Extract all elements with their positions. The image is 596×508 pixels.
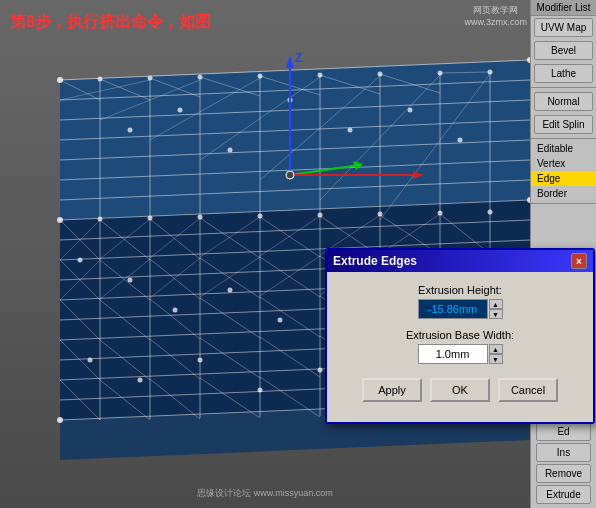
svg-point-111 <box>258 74 263 79</box>
svg-point-117 <box>148 216 153 221</box>
extrusion-base-width-down[interactable]: ▼ <box>489 354 503 364</box>
dialog-title: Extrude Edges <box>333 254 417 268</box>
step-instruction: 第8步，执行挤出命令，如图 <box>10 12 211 33</box>
svg-point-142 <box>198 358 203 363</box>
extrusion-base-width-up[interactable]: ▲ <box>489 344 503 354</box>
editable-item[interactable]: Editable <box>531 141 596 156</box>
svg-point-102 <box>57 77 63 83</box>
extrusion-height-spinners: ▲ ▼ <box>489 299 503 319</box>
ed-button[interactable]: Ed <box>536 422 591 441</box>
edge-item[interactable]: Edge <box>531 171 596 186</box>
svg-point-134 <box>228 288 233 293</box>
extrusion-height-field: Extrusion Height: ▲ ▼ <box>343 284 577 319</box>
extrusion-base-width-label: Extrusion Base Width: <box>343 329 577 341</box>
svg-point-130 <box>458 138 463 143</box>
svg-point-143 <box>258 388 263 393</box>
svg-point-125 <box>178 108 183 113</box>
svg-text:Z: Z <box>295 51 302 65</box>
svg-point-118 <box>198 215 203 220</box>
svg-point-154 <box>286 171 294 179</box>
svg-point-141 <box>138 378 143 383</box>
border-label: Border <box>537 188 567 199</box>
vertex-label: Vertex <box>537 158 565 169</box>
svg-point-108 <box>98 77 103 82</box>
svg-point-119 <box>258 214 263 219</box>
remove-button[interactable]: Remove <box>536 464 591 483</box>
svg-point-104 <box>57 217 63 223</box>
normal-button[interactable]: Normal <box>534 92 593 111</box>
svg-point-144 <box>318 368 323 373</box>
editable-label: Editable <box>537 143 573 154</box>
svg-point-126 <box>228 148 233 153</box>
svg-point-113 <box>378 72 383 77</box>
modifier-list-header: Modifier List <box>531 0 596 16</box>
extrusion-height-up[interactable]: ▲ <box>489 299 503 309</box>
svg-point-109 <box>148 76 153 81</box>
lathe-button[interactable]: Lathe <box>534 64 593 83</box>
ok-button[interactable]: OK <box>430 378 490 402</box>
cancel-button[interactable]: Cancel <box>498 378 558 402</box>
svg-point-133 <box>173 308 178 313</box>
svg-point-116 <box>98 217 103 222</box>
dialog-title-bar: Extrude Edges × <box>327 250 593 272</box>
extrusion-height-input-row: ▲ ▼ <box>343 299 577 319</box>
svg-point-128 <box>348 128 353 133</box>
svg-point-131 <box>78 258 83 263</box>
svg-point-124 <box>128 128 133 133</box>
svg-point-132 <box>128 278 133 283</box>
extrusion-height-input[interactable] <box>418 299 488 319</box>
dialog-close-button[interactable]: × <box>571 253 587 269</box>
panel-divider-3 <box>531 203 596 204</box>
svg-point-114 <box>438 71 443 76</box>
panel-divider-2 <box>531 138 596 139</box>
edge-label: Edge <box>537 173 560 184</box>
svg-point-122 <box>438 211 443 216</box>
watermark-bottom: 思缘设计论坛 www.missyuan.com <box>197 487 333 500</box>
extrusion-base-width-input[interactable] <box>418 344 488 364</box>
bevel-button[interactable]: Bevel <box>534 41 593 60</box>
svg-point-129 <box>408 108 413 113</box>
svg-point-115 <box>488 70 493 75</box>
panel-divider-1 <box>531 87 596 88</box>
extrusion-height-down[interactable]: ▼ <box>489 309 503 319</box>
svg-point-110 <box>198 75 203 80</box>
svg-point-121 <box>378 212 383 217</box>
dialog-buttons: Apply OK Cancel <box>343 374 577 410</box>
vertex-item[interactable]: Vertex <box>531 156 596 171</box>
extrude-edges-dialog: Extrude Edges × Extrusion Height: ▲ ▼ Ex… <box>325 248 595 424</box>
extrusion-base-width-spinners: ▲ ▼ <box>489 344 503 364</box>
extrude-panel-button[interactable]: Extrude <box>536 485 591 504</box>
apply-button[interactable]: Apply <box>362 378 422 402</box>
extrusion-base-width-field: Extrusion Base Width: ▲ ▼ <box>343 329 577 364</box>
svg-point-106 <box>57 417 63 423</box>
svg-point-140 <box>88 358 93 363</box>
svg-point-120 <box>318 213 323 218</box>
watermark-top: 网页教学网 www.3zmx.com <box>464 5 527 28</box>
border-item[interactable]: Border <box>531 186 596 201</box>
ins-button[interactable]: Ins <box>536 443 591 462</box>
svg-point-112 <box>318 73 323 78</box>
dialog-body: Extrusion Height: ▲ ▼ Extrusion Base Wid… <box>327 272 593 422</box>
svg-point-135 <box>278 318 283 323</box>
uvw-map-button[interactable]: UVW Map <box>534 18 593 37</box>
extrusion-height-label: Extrusion Height: <box>343 284 577 296</box>
svg-point-123 <box>488 210 493 215</box>
edit-spline-button[interactable]: Edit Splin <box>534 115 593 134</box>
extrusion-base-width-input-row: ▲ ▼ <box>343 344 577 364</box>
